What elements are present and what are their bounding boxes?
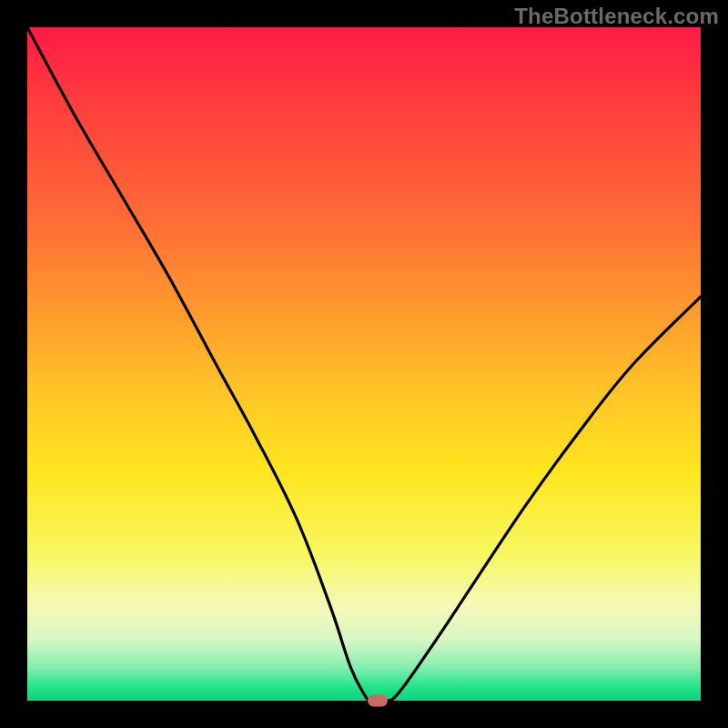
bottleneck-curve [27,27,701,702]
chart-frame: TheBottleneck.com [0,0,728,728]
plot-area [27,27,701,701]
optimal-marker [368,695,388,707]
watermark-text: TheBottleneck.com [514,4,719,29]
curve-svg [27,27,701,701]
